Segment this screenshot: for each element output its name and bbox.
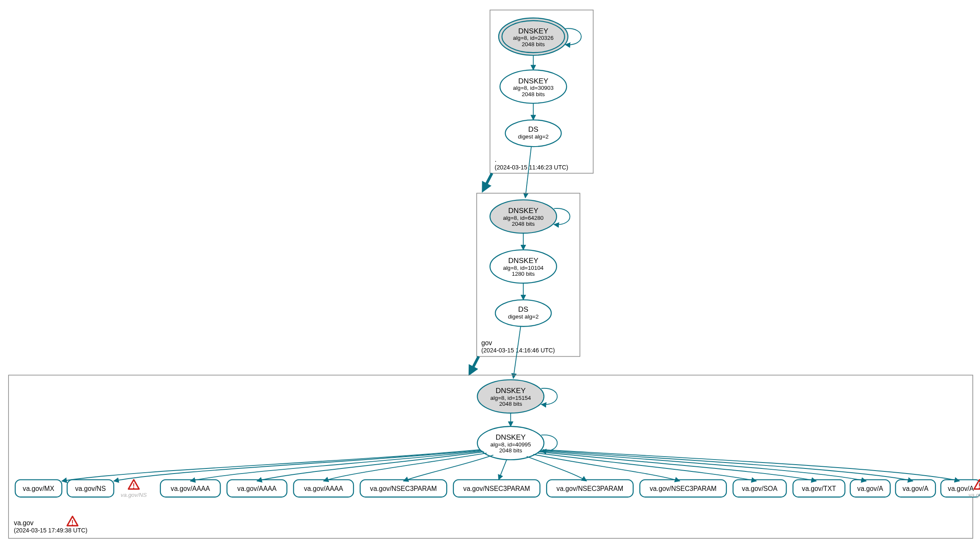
svg-text:1280 bits: 1280 bits <box>512 271 535 277</box>
zone-gov: gov (2024-03-15 14:16:46 UTC) DNSKEY alg… <box>477 193 580 356</box>
rrset-va-nsec3-2[interactable]: va.gov/NSEC3PARAM <box>453 480 540 497</box>
svg-text:va.gov/SOA: va.gov/SOA <box>742 485 778 492</box>
warning-va-ns[interactable]: ! va.gov/NS <box>121 480 147 499</box>
svg-text:va.gov/NS: va.gov/NS <box>75 485 106 492</box>
svg-text:DNSKEY: DNSKEY <box>508 206 539 215</box>
svg-text:alg=8, id=40995: alg=8, id=40995 <box>490 441 531 448</box>
rrset-va-soa[interactable]: va.gov/SOA <box>733 480 787 497</box>
svg-text:alg=8, id=15154: alg=8, id=15154 <box>490 395 531 401</box>
svg-text:va.gov/NSEC3PARAM: va.gov/NSEC3PARAM <box>650 485 717 492</box>
svg-text:2048 bits: 2048 bits <box>499 447 522 454</box>
svg-text:va.gov/A: va.gov/A <box>969 492 980 498</box>
zone-gov-ts: (2024-03-15 14:16:46 UTC) <box>481 347 555 354</box>
svg-text:DNSKEY: DNSKEY <box>518 77 549 85</box>
svg-text:alg=8, id=64280: alg=8, id=64280 <box>503 215 544 221</box>
svg-text:va.gov/AAAA: va.gov/AAAA <box>171 485 210 492</box>
svg-text:!: ! <box>72 519 74 526</box>
svg-text:va.gov/NS: va.gov/NS <box>121 492 147 498</box>
svg-text:alg=8, id=10104: alg=8, id=10104 <box>503 265 544 271</box>
svg-text:DNSKEY: DNSKEY <box>518 27 549 35</box>
svg-text:DNSKEY: DNSKEY <box>496 433 526 441</box>
edge-gov-to-va-zone <box>470 357 478 373</box>
zone-root: . (2024-03-15 11:46:23 UTC) DNSKEY alg=8… <box>490 10 594 173</box>
rrset-va-txt[interactable]: va.gov/TXT <box>793 480 845 497</box>
svg-text:va.gov/NSEC3PARAM: va.gov/NSEC3PARAM <box>370 485 437 492</box>
svg-text:DNSKEY: DNSKEY <box>496 386 526 395</box>
svg-text:2048 bits: 2048 bits <box>499 401 522 407</box>
svg-text:va.gov/TXT: va.gov/TXT <box>802 485 836 492</box>
svg-text:va.gov/AAAA: va.gov/AAAA <box>237 485 277 492</box>
edge-root-to-gov-zone <box>483 173 492 190</box>
zone-va-label: va.gov <box>14 519 33 526</box>
rrset-va-aaaa-1[interactable]: va.gov/AAAA <box>160 480 221 497</box>
svg-text:alg=8, id=20326: alg=8, id=20326 <box>513 35 554 41</box>
rrset-va-a-2[interactable]: va.gov/A <box>895 480 935 497</box>
gov-ds-node[interactable]: DS digest alg=2 <box>495 300 551 327</box>
gov-zsk-node[interactable]: DNSKEY alg=8, id=10104 1280 bits <box>490 250 557 283</box>
svg-text:!: ! <box>978 482 980 490</box>
svg-text:digest alg=2: digest alg=2 <box>518 133 549 140</box>
rrset-va-a-1[interactable]: va.gov/A <box>850 480 890 497</box>
zone-root-label: . <box>495 156 497 163</box>
rrset-va-ns[interactable]: va.gov/NS <box>67 480 114 497</box>
rrset-va-nsec3-3[interactable]: va.gov/NSEC3PARAM <box>547 480 633 497</box>
rrset-va-aaaa-3[interactable]: va.gov/AAAA <box>293 480 353 497</box>
rrset-va-nsec3-4[interactable]: va.gov/NSEC3PARAM <box>640 480 726 497</box>
va-ksk-node[interactable]: DNSKEY alg=8, id=15154 2048 bits <box>478 380 544 413</box>
root-ksk-node[interactable]: DNSKEY alg=8, id=20326 2048 bits <box>499 18 568 55</box>
rrset-va-aaaa-2[interactable]: va.gov/AAAA <box>227 480 287 497</box>
zone-gov-label: gov <box>481 339 492 346</box>
edge-root-ds-to-gov-ksk <box>525 147 531 198</box>
svg-text:!: ! <box>133 482 135 490</box>
zone-root-ts: (2024-03-15 11:46:23 UTC) <box>495 164 569 171</box>
zone-va: va.gov (2024-03-15 17:49:38 UTC) ! DNSKE… <box>8 375 980 538</box>
gov-ksk-node[interactable]: DNSKEY alg=8, id=64280 2048 bits <box>490 200 557 233</box>
svg-text:digest alg=2: digest alg=2 <box>508 313 538 320</box>
root-zsk-node[interactable]: DNSKEY alg=8, id=30903 2048 bits <box>500 70 566 103</box>
svg-text:va.gov/A: va.gov/A <box>903 485 929 492</box>
rrset-va-mx[interactable]: va.gov/MX <box>15 480 62 497</box>
svg-text:DNSKEY: DNSKEY <box>508 256 539 265</box>
zone-va-ts: (2024-03-15 17:49:38 UTC) <box>14 527 88 534</box>
svg-text:va.gov/AAAA: va.gov/AAAA <box>304 485 343 492</box>
svg-text:DS: DS <box>528 125 538 133</box>
rrset-va-nsec3-1[interactable]: va.gov/NSEC3PARAM <box>360 480 447 497</box>
svg-text:alg=8, id=30903: alg=8, id=30903 <box>513 85 554 91</box>
svg-text:DS: DS <box>518 305 528 313</box>
root-ds-node[interactable]: DS digest alg=2 <box>505 120 561 147</box>
svg-text:va.gov/A: va.gov/A <box>948 485 974 492</box>
svg-text:va.gov/NSEC3PARAM: va.gov/NSEC3PARAM <box>557 485 624 492</box>
zone-va-warning[interactable]: ! <box>67 516 78 526</box>
svg-text:va.gov/NSEC3PARAM: va.gov/NSEC3PARAM <box>463 485 530 492</box>
svg-text:va.gov/A: va.gov/A <box>857 485 883 492</box>
svg-text:2048 bits: 2048 bits <box>522 41 545 47</box>
svg-text:va.gov/MX: va.gov/MX <box>23 485 55 492</box>
svg-text:2048 bits: 2048 bits <box>522 91 545 97</box>
svg-text:2048 bits: 2048 bits <box>512 221 535 227</box>
